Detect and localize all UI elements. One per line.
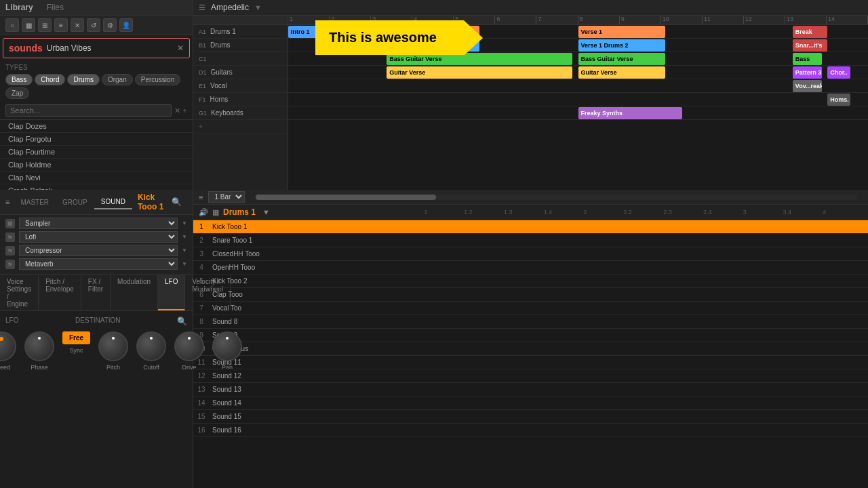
drum-item[interactable]: 1Kick Tooo 1 bbox=[193, 220, 868, 234]
clip-pattern3[interactable]: Pattern 3 bbox=[793, 66, 822, 79]
type-tag-organ[interactable]: Organ bbox=[102, 74, 133, 85]
icon-grid[interactable]: ▦ bbox=[22, 18, 35, 32]
drum-item[interactable]: 7Vocal Too bbox=[193, 302, 868, 315]
metaverb-select[interactable]: Metaverb bbox=[19, 258, 178, 270]
library-item[interactable]: Clap Nevi bbox=[0, 171, 193, 184]
drum-item[interactable]: 14Sound 14 bbox=[193, 396, 868, 410]
tab-fx[interactable]: FX / Filter bbox=[81, 275, 111, 310]
type-tag-percussion[interactable]: Percussion bbox=[135, 74, 180, 85]
clip-snar[interactable]: Snar...it's bbox=[793, 39, 827, 52]
clip-guitarverse-b[interactable]: Guitar Verse bbox=[578, 66, 665, 79]
knob-pan[interactable] bbox=[212, 331, 242, 361]
lfo-search-icon[interactable]: 🔍 bbox=[177, 317, 187, 326]
arr-menu-icon[interactable]: ☰ bbox=[199, 3, 205, 12]
search-input[interactable] bbox=[5, 104, 172, 117]
drum-ruler-2-3: 2.3 bbox=[663, 209, 703, 216]
drum-item[interactable]: 11Sound 11 bbox=[193, 356, 868, 369]
mgs-tab-master[interactable]: MASTER bbox=[14, 196, 56, 209]
clear-icon[interactable]: ✕ bbox=[174, 106, 180, 115]
lofi-select[interactable]: Lofi bbox=[19, 231, 178, 243]
drum-expand-icon[interactable]: ▼ bbox=[262, 208, 270, 216]
knob-drive[interactable] bbox=[174, 331, 204, 361]
clip-verse1-a[interactable]: Verse 1 bbox=[387, 26, 479, 38]
drum-item[interactable]: 8Sound 8 bbox=[193, 315, 868, 329]
drum-item[interactable]: 4OpenHH Tooo bbox=[193, 261, 868, 274]
metaverb-expand[interactable]: ▼ bbox=[182, 261, 187, 267]
icon-loop[interactable]: ↺ bbox=[87, 18, 100, 32]
tab-voice[interactable]: Voice Settings / Engine bbox=[0, 275, 39, 310]
timeline-scrollbar[interactable] bbox=[256, 195, 857, 200]
drum-item[interactable]: 9Sound 9 bbox=[193, 329, 868, 342]
drum-item[interactable]: 12Sound 12 bbox=[193, 369, 868, 383]
lfo-label: LFO bbox=[5, 317, 18, 326]
sync-button[interactable]: Free bbox=[62, 331, 90, 344]
mgs-tab-sound[interactable]: SOUND bbox=[94, 195, 132, 209]
clip-homs[interactable]: Homs. bbox=[827, 94, 850, 106]
icon-circle[interactable]: ○ bbox=[5, 18, 19, 32]
compressor-expand[interactable]: ▼ bbox=[182, 247, 187, 253]
knob-pitch[interactable] bbox=[98, 331, 128, 361]
mgs-settings-icon[interactable]: ≡ bbox=[5, 198, 9, 206]
drum-name: Kick Tooo 2 bbox=[210, 277, 376, 285]
icon-x[interactable]: ✕ bbox=[71, 18, 84, 32]
tab-mod[interactable]: Modulation bbox=[111, 275, 158, 310]
drum-ruler-2-4: 2.4 bbox=[703, 209, 743, 216]
clip-verse1drums-b[interactable]: Verse 1 Drums 2 bbox=[578, 39, 665, 52]
library-item[interactable]: Clap Dozes bbox=[0, 120, 193, 133]
clip-bassguitar-a[interactable]: Bass Guitar Verse bbox=[387, 53, 572, 65]
clip-chor[interactable]: Chor.. bbox=[827, 66, 850, 79]
knob-speed[interactable] bbox=[0, 331, 16, 361]
icon-user[interactable]: 👤 bbox=[119, 18, 133, 32]
drum-item[interactable]: 15Sound 15 bbox=[193, 410, 868, 424]
arr-header: ☰ Ampedelic ▼ bbox=[193, 0, 868, 16]
instrument-search-icon[interactable]: 🔍 bbox=[172, 197, 182, 207]
clip-break[interactable]: Break bbox=[793, 26, 827, 38]
drum-item[interactable]: 10Clap Taurus bbox=[193, 342, 868, 356]
clip-guitarverse-a[interactable]: Guitar Verse bbox=[387, 66, 572, 79]
knob-cutoff[interactable] bbox=[136, 331, 166, 361]
knob-phase[interactable] bbox=[24, 331, 54, 361]
tab-pitch[interactable]: Pitch / Envelope bbox=[39, 275, 81, 310]
clip-verse1drums-a[interactable]: Verse 1 Drums 2 bbox=[387, 39, 479, 52]
clip-verse1-b[interactable]: Verse 1 bbox=[578, 26, 665, 38]
close-button[interactable]: ✕ bbox=[177, 43, 184, 53]
clip-intro2[interactable]: Intro 2 bbox=[334, 26, 380, 38]
drum-name: Sound 16 bbox=[210, 426, 376, 434]
track-label-add[interactable]: + bbox=[193, 120, 288, 134]
library-item[interactable]: Clap Holdme bbox=[0, 159, 193, 171]
drum-item[interactable]: 16Sound 16 bbox=[193, 424, 868, 437]
clip-bass[interactable]: Bass bbox=[793, 53, 822, 65]
files-tab[interactable]: Files bbox=[47, 3, 64, 12]
drum-item[interactable]: 5Kick Tooo 2 bbox=[193, 274, 868, 288]
clip-bassguitar-b[interactable]: Bass Guitar Verse bbox=[578, 53, 665, 65]
bar-select[interactable]: 1 Bar 2 Bar 4 Bar bbox=[208, 191, 245, 203]
drum-item[interactable]: 2Snare Tooo 1 bbox=[193, 234, 868, 247]
drum-item[interactable]: 13Sound 13 bbox=[193, 383, 868, 396]
tab-lfo[interactable]: LFO bbox=[158, 275, 185, 310]
icon-bars[interactable]: ≡ bbox=[54, 18, 68, 32]
library-panel: Library Files ○ ▦ ⊞ ≡ ✕ ↺ ⚙ 👤 sounds Urb… bbox=[0, 0, 193, 190]
compressor-select[interactable]: Compressor bbox=[19, 245, 178, 256]
clip-intro1[interactable]: Intro 1 bbox=[288, 26, 334, 38]
clip-freaky[interactable]: Freaky Synths bbox=[578, 107, 683, 119]
library-item[interactable]: Clap Fourtime bbox=[0, 146, 193, 159]
type-tag-zap[interactable]: Zap bbox=[5, 87, 29, 99]
type-tag-chord[interactable]: Chord bbox=[35, 74, 65, 85]
clip-vov[interactable]: Vov...reak bbox=[793, 80, 822, 92]
arr-dropdown-icon[interactable]: ▼ bbox=[254, 3, 262, 12]
library-item[interactable]: Clap Forgotu bbox=[0, 133, 193, 146]
type-tag-bass[interactable]: Bass bbox=[5, 74, 33, 85]
drum-item[interactable]: 6Clap Tooo bbox=[193, 288, 868, 302]
time-bar-icon[interactable]: ≡ bbox=[199, 193, 203, 201]
track-label-f1: F1 Horns bbox=[193, 93, 288, 106]
icon-grid2[interactable]: ⊞ bbox=[38, 18, 52, 32]
lofi-expand[interactable]: ▼ bbox=[182, 234, 187, 240]
drum-item[interactable]: 3ClosedHH Tooo bbox=[193, 247, 868, 261]
mgs-tab-group[interactable]: GROUP bbox=[56, 196, 94, 209]
sampler-select[interactable]: Sampler bbox=[19, 218, 178, 229]
icon-settings[interactable]: ⚙ bbox=[103, 18, 117, 32]
library-item[interactable]: Crash Balzak bbox=[0, 184, 193, 190]
type-tag-drums[interactable]: Drums bbox=[67, 74, 99, 85]
sampler-expand[interactable]: ▼ bbox=[182, 220, 187, 226]
options-icon[interactable]: + bbox=[183, 106, 187, 115]
